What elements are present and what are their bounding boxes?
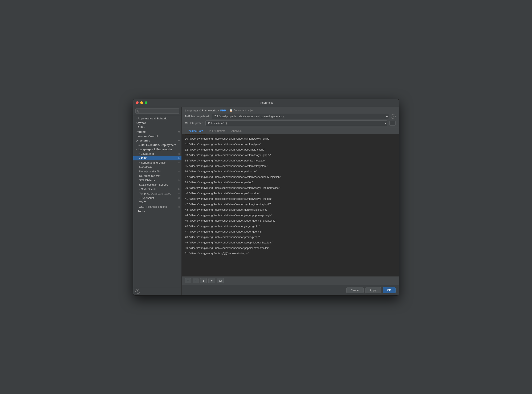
sidebar-item-languages[interactable]: ∨ Languages & Frameworks (133, 147, 182, 152)
sidebar-list: › Appearance & Behavior Keymap › Editor … (133, 115, 182, 287)
sidebar-item-restructured[interactable]: ReStructured text (133, 174, 182, 178)
sidebar-item-markdown[interactable]: Markdown (133, 165, 182, 169)
add-path-button[interactable]: + (185, 278, 191, 283)
window-title: Preferences (259, 101, 273, 104)
list-item[interactable]: 38. "/Users/wangyufeng/Public/code/feiya… (182, 180, 399, 185)
sidebar-item-stylesheets[interactable]: › Style Sheets ⧉ (133, 187, 182, 191)
sidebar-item-label: ReStructured text (139, 174, 161, 177)
list-item[interactable]: 48. "/Users/wangyufeng/Public/code/feiya… (182, 234, 399, 240)
sidebar-item-javascript[interactable]: › JavaScript ⧉ (133, 152, 182, 156)
list-item[interactable]: 30. "/Users/wangyufeng/Public/code/feiya… (182, 136, 399, 141)
sidebar-item-label: Schemas and DTDs (141, 161, 166, 164)
sidebar-item-nodejs[interactable]: Node.js and NPM ⧉ (133, 169, 182, 174)
chevron-right-icon: › (136, 117, 136, 120)
sidebar-item-label: XSLT (139, 201, 146, 204)
sidebar-item-xslt-file[interactable]: XSLT File Associations ⧉ (133, 205, 182, 209)
sidebar-item-xslt[interactable]: XSLT (133, 200, 182, 205)
panel-header: Languages & Frameworks › PHP 📋 For curre… (182, 107, 399, 128)
sort-button[interactable]: ↕2 (217, 278, 224, 283)
list-item[interactable]: 35. "/Users/wangyufeng/Public/code/feiya… (182, 163, 399, 169)
sidebar-item-typescript[interactable]: › TypeScript ⧉ (133, 196, 182, 200)
list-item[interactable]: 45. "/Users/wangyufeng/Public/code/feiya… (182, 218, 399, 223)
project-link[interactable]: 📋 For current project (230, 109, 254, 112)
list-item[interactable]: 49. "/Users/wangyufeng/Public/code/feiya… (182, 240, 399, 245)
copy-icon: ⧉ (178, 152, 180, 155)
list-item[interactable]: 46. "/Users/wangyufeng/Public/code/feiya… (182, 223, 399, 229)
list-item[interactable]: 40. "/Users/wangyufeng/Public/code/feiya… (182, 191, 399, 196)
sidebar-search-container (133, 107, 182, 115)
copy-icon: ⧉ (178, 139, 180, 142)
list-item[interactable]: 39. "/Users/wangyufeng/Public/code/feiya… (182, 185, 399, 191)
cli-browse-button[interactable]: ... (389, 121, 396, 125)
titlebar: Preferences (133, 99, 399, 107)
sidebar-item-plugins[interactable]: Plugins ⧉ (133, 130, 182, 134)
tab-php-runtime[interactable]: PHP Runtime (206, 128, 229, 134)
list-item[interactable]: 43. "/Users/wangyufeng/Public/code/feiya… (182, 207, 399, 213)
chevron-right-icon: › (136, 135, 136, 137)
sidebar-item-label: SQL Resolution Scopes (139, 183, 168, 186)
breadcrumb-separator: › (218, 109, 219, 112)
sidebar-footer: ? (133, 287, 182, 296)
list-item[interactable]: 41. "/Users/wangyufeng/Public/code/feiya… (182, 196, 399, 202)
chevron-right-icon: › (136, 210, 136, 212)
list-item[interactable]: 44. "/Users/wangyufeng/Public/code/feiya… (182, 213, 399, 218)
tab-analysis[interactable]: Analysis (228, 128, 244, 134)
sidebar-item-label: Appearance & Behavior (138, 117, 169, 120)
sidebar-item-template[interactable]: Template Data Languages ⧉ (133, 191, 182, 196)
sidebar-item-label: TypeScript (141, 196, 154, 200)
lang-level-help-button[interactable]: ? (391, 114, 396, 119)
sidebar-item-sql-resolution[interactable]: SQL Resolution Scopes (133, 182, 182, 187)
minimize-button[interactable] (140, 101, 143, 104)
list-item[interactable]: 31. "/Users/wangyufeng/Public/code/feiya… (182, 141, 399, 147)
breadcrumb-current: PHP (220, 109, 226, 112)
sidebar-item-schemas[interactable]: › Schemas and DTDs ⧉ (133, 161, 182, 165)
cli-interpreter-select[interactable]: PHP 7.4 (7.4.13) (205, 120, 387, 126)
list-item[interactable]: 36. "/Users/wangyufeng/Public/code/feiya… (182, 169, 399, 174)
lang-level-select[interactable]: 7.4 (typed properties, short closures, n… (212, 114, 389, 119)
sidebar-item-sql-dialects[interactable]: SQL Dialects ⧉ (133, 178, 182, 182)
copy-icon: ⧉ (178, 130, 180, 133)
sidebar-item-editor[interactable]: › Editor (133, 125, 182, 130)
list-item[interactable]: 32. "/Users/wangyufeng/Public/code/feiya… (182, 147, 399, 152)
close-button[interactable] (136, 101, 139, 104)
sidebar-item-label: Version Control (138, 135, 158, 138)
main-panel: Languages & Frameworks › PHP 📋 For curre… (182, 107, 399, 296)
list-item[interactable]: 42. "/Users/wangyufeng/Public/code/feiya… (182, 202, 399, 207)
list-item[interactable]: 50. "/Users/wangyufeng/Public/code/feiya… (182, 245, 399, 251)
search-input[interactable] (136, 109, 179, 114)
copy-icon: ⧉ (178, 179, 180, 182)
list-item[interactable]: 37. "/Users/wangyufeng/Public/code/feiya… (182, 174, 399, 180)
sidebar-item-tools[interactable]: › Tools (133, 209, 182, 213)
copy-icon: ⧉ (178, 192, 180, 195)
sidebar-item-label: Tools (138, 210, 145, 213)
list-item[interactable]: 47. "/Users/wangyufeng/Public/code/feiya… (182, 229, 399, 234)
sidebar-item-appearance[interactable]: › Appearance & Behavior (133, 116, 182, 121)
window-controls (136, 101, 147, 104)
path-list: 30. "/Users/wangyufeng/Public/code/feiya… (182, 134, 399, 276)
sidebar-item-label: Node.js and NPM (139, 170, 161, 173)
copy-icon: ⧉ (178, 188, 180, 191)
sidebar-item-build[interactable]: › Build, Execution, Deployment (133, 143, 182, 147)
cli-label: CLI Interpreter: (185, 122, 203, 125)
tabs-row: Include Path PHP Runtime Analysis (182, 128, 399, 134)
help-button[interactable]: ? (136, 289, 140, 294)
list-item[interactable]: 51. "/Users/wangyufeng/Public/扩展/swoole-… (182, 251, 399, 256)
move-down-button[interactable]: ▼ (208, 278, 215, 283)
sidebar-item-label: Keymap (136, 121, 146, 124)
cancel-button[interactable]: Cancel (346, 287, 364, 293)
bottom-bar: Cancel Apply OK (182, 285, 399, 296)
list-item[interactable]: 34. "/Users/wangyufeng/Public/code/feiya… (182, 158, 399, 163)
apply-button[interactable]: Apply (365, 287, 381, 293)
sidebar-item-version-control[interactable]: › Version Control (133, 134, 182, 138)
lang-level-label: PHP language level: (185, 115, 210, 118)
remove-path-button[interactable]: − (193, 278, 198, 283)
maximize-button[interactable] (145, 101, 147, 104)
sidebar-item-php[interactable]: › PHP ⧉ (133, 156, 182, 161)
sidebar-item-keymap[interactable]: Keymap (133, 121, 182, 125)
ok-button[interactable]: OK (383, 287, 396, 293)
tab-include-path[interactable]: Include Path (185, 128, 206, 134)
sidebar-item-directories[interactable]: Directories ⧉ (133, 138, 182, 143)
move-up-button[interactable]: ▲ (200, 278, 207, 283)
chevron-right-icon: › (139, 153, 140, 155)
list-item[interactable]: 33. "/Users/wangyufeng/Public/code/feiya… (182, 152, 399, 158)
